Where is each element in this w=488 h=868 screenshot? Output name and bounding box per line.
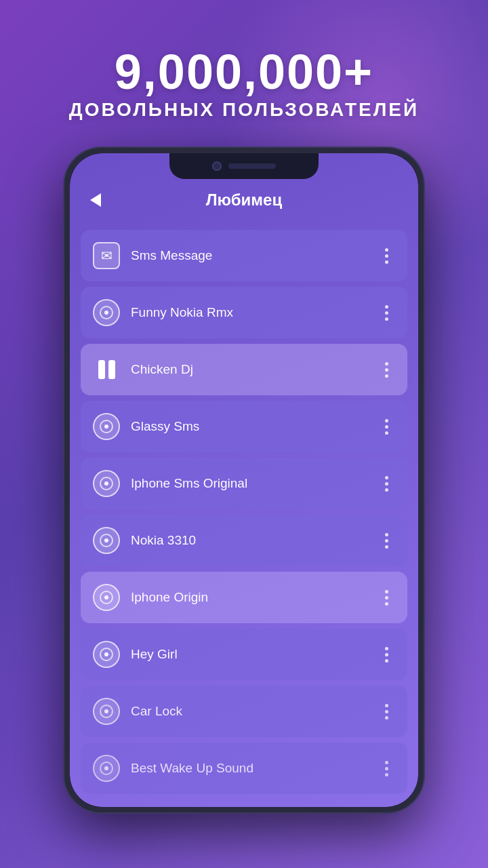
menu-dot: [385, 425, 388, 429]
item-menu-button[interactable]: [376, 302, 396, 323]
menu-dot: [385, 539, 388, 542]
item-menu-button[interactable]: [376, 359, 396, 380]
disc-icon: [93, 527, 120, 554]
menu-dot: [385, 419, 388, 422]
item-name: Funny Nokia Rmx: [131, 305, 367, 320]
menu-dot: [385, 482, 388, 486]
menu-dot: [385, 590, 388, 593]
menu-dot: [385, 254, 388, 258]
menu-dot: [385, 710, 388, 713]
list-item[interactable]: Funny Nokia Rmx: [81, 287, 407, 338]
app-title: Любимец: [206, 191, 282, 210]
disc-icon: [93, 299, 120, 326]
item-name: Nokia 3310: [131, 533, 367, 548]
menu-dot: [385, 767, 388, 770]
menu-dot: [385, 602, 388, 606]
menu-dot: [385, 596, 388, 599]
back-arrow-icon: [90, 193, 101, 207]
promo-subtitle: ДОВОЛЬНЫХ ПОЛЬЗОВАТЕЛЕЙ: [69, 99, 419, 121]
phone-frame: Любимец Sms Message: [64, 148, 424, 812]
item-menu-button[interactable]: [376, 644, 396, 665]
item-name: Hey Girl: [131, 647, 367, 662]
item-icon: [92, 298, 121, 328]
item-icon: [92, 583, 121, 612]
item-icon: [92, 639, 121, 669]
menu-dot: [385, 305, 388, 309]
item-icon: [92, 469, 121, 498]
menu-dot: [385, 317, 388, 321]
menu-dot: [385, 647, 388, 650]
item-menu-button[interactable]: [376, 587, 396, 608]
item-menu-button[interactable]: [376, 473, 396, 494]
item-icon: [92, 355, 121, 384]
pause-icon: [93, 356, 120, 383]
list-item[interactable]: Best Wake Up Sound: [81, 743, 407, 794]
speaker-icon: [228, 163, 276, 169]
item-icon: [92, 696, 121, 726]
sms-icon: [93, 242, 120, 269]
menu-dot: [385, 368, 388, 372]
item-menu-button[interactable]: [376, 416, 396, 437]
back-button[interactable]: [83, 188, 108, 212]
menu-dot: [385, 260, 388, 264]
camera-icon: [212, 161, 222, 171]
menu-dot: [385, 761, 388, 764]
menu-dot: [385, 362, 388, 366]
pause-bar: [108, 360, 115, 379]
item-name: Sms Message: [131, 248, 367, 263]
item-icon: [92, 412, 121, 441]
item-menu-button[interactable]: [376, 245, 396, 266]
menu-dot: [385, 431, 388, 435]
menu-dot: [385, 248, 388, 252]
item-icon: [92, 526, 121, 555]
menu-dot: [385, 488, 388, 492]
list-item[interactable]: Chicken Dj: [81, 344, 407, 395]
menu-dot: [385, 476, 388, 479]
disc-icon: [93, 584, 120, 611]
item-name: Iphone Sms Original: [131, 476, 367, 491]
phone-screen: Любимец Sms Message: [70, 153, 418, 807]
menu-dot: [385, 716, 388, 719]
item-menu-button[interactable]: [376, 758, 396, 778]
list-item[interactable]: Iphone Sms Original: [81, 458, 407, 509]
item-name: Car Lock: [131, 704, 367, 719]
item-icon: [92, 241, 121, 271]
list-item[interactable]: Iphone Origin: [81, 572, 407, 623]
item-menu-button[interactable]: [376, 701, 396, 722]
disc-icon: [93, 698, 120, 725]
menu-dot: [385, 374, 388, 378]
disc-icon: [93, 413, 120, 440]
item-icon: [92, 753, 121, 783]
promo-header: 9,000,000+ ДОВОЛЬНЫХ ПОЛЬЗОВАТЕЛЕЙ: [69, 47, 419, 121]
menu-dot: [385, 653, 388, 656]
item-name: Glassy Sms: [131, 419, 367, 434]
pause-bar: [98, 360, 105, 379]
list-item[interactable]: Hey Girl: [81, 629, 407, 680]
list-item[interactable]: Nokia 3310: [81, 515, 407, 566]
menu-dot: [385, 533, 388, 536]
ringtone-list: Sms Message Funny Nokia Rmx: [70, 223, 418, 801]
menu-dot: [385, 773, 388, 776]
disc-icon: [93, 470, 120, 497]
item-menu-button[interactable]: [376, 530, 396, 551]
promo-number: 9,000,000+: [69, 47, 419, 96]
item-name: Chicken Dj: [131, 362, 367, 377]
menu-dot: [385, 311, 388, 315]
list-item[interactable]: Car Lock: [81, 686, 407, 737]
disc-icon: [93, 755, 120, 782]
menu-dot: [385, 545, 388, 549]
disc-icon: [93, 641, 120, 668]
item-name: Best Wake Up Sound: [131, 761, 367, 776]
item-name: Iphone Origin: [131, 590, 367, 605]
phone-notch: [169, 153, 319, 179]
list-item[interactable]: Sms Message: [81, 230, 407, 281]
menu-dot: [385, 659, 388, 663]
phone-mockup: Любимец Sms Message: [64, 148, 424, 812]
list-item[interactable]: Glassy Sms: [81, 401, 407, 452]
menu-dot: [385, 704, 388, 707]
